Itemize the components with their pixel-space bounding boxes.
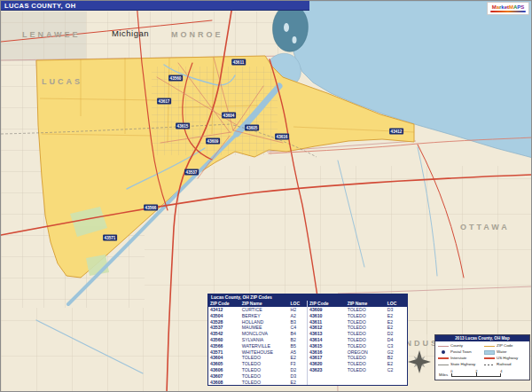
zip-code-marker: 43537 — [184, 169, 199, 176]
us-highway-legend-swatch — [484, 357, 495, 359]
county-label: OTTAWA — [460, 223, 510, 231]
zip-table-cell: E2 — [386, 313, 407, 319]
zip-table-row: 43542MONCLOVAB4 — [208, 331, 308, 337]
county-label: LENAWEE — [22, 30, 81, 39]
zip-table-cell: OREGON — [346, 349, 386, 356]
water-legend-swatch — [484, 350, 495, 355]
zip-table-cell: 43412 — [208, 307, 240, 313]
zip-table-row: 43611TOLEDOE2 — [308, 319, 407, 325]
legend-item: Interstate — [438, 356, 481, 361]
zip-table-cell: 43537 — [208, 325, 240, 331]
scale-bar: Miles 024 — [435, 368, 529, 380]
zip-table-cell: D3 — [386, 307, 407, 313]
zip-table-cell: D3 — [288, 373, 307, 380]
zip-code-marker: 43609 — [206, 138, 220, 145]
zip-table-cell: 43612 — [308, 325, 346, 331]
zip-table-cell: 43566 — [208, 343, 240, 349]
zip-table-cell: 43616 — [308, 349, 346, 356]
zip-table-cell: TOLEDO — [346, 325, 386, 331]
zip-code-marker: 43566 — [144, 205, 158, 211]
zip-table-cell: 43528 — [208, 319, 240, 325]
zip-code-marker: 43604 — [222, 113, 236, 119]
zip-table-cell: A2 — [288, 313, 307, 319]
zip-table-cell: BERKEY — [240, 313, 289, 319]
zip-table-header: ZIP Code — [208, 301, 240, 307]
legend-item-label: Railroad — [497, 362, 511, 367]
state-label: Michigan — [112, 28, 149, 38]
zip-table-cell: TOLEDO — [240, 355, 289, 361]
zip-code-marker: 43571 — [103, 235, 117, 241]
zip-table-cell: H2 — [288, 307, 307, 313]
zip-table-cell: C2 — [386, 367, 407, 373]
map-legend: 2013 Lucas County, OH Map CountyZIP Code… — [434, 334, 530, 380]
zip-table-row: 43609TOLEDOD3 — [308, 307, 407, 313]
state-highway-legend-swatch — [438, 365, 449, 365]
page-title: LUCAS COUNTY, OH — [4, 2, 76, 10]
zip-table-cell: TOLEDO — [346, 355, 386, 361]
zip-code-marker: 43615 — [176, 123, 190, 129]
zip-table-cell: 43608 — [208, 380, 240, 386]
railroad-legend-swatch — [484, 365, 495, 365]
zip-table-cell: 43617 — [308, 355, 346, 361]
bay-island — [284, 23, 289, 32]
zip-table-cell: E2 — [288, 355, 307, 361]
zip-table-cell: CURTICE — [240, 307, 289, 313]
zip-table-cell: 43504 — [208, 313, 240, 319]
zip-table-cell: 43607 — [208, 373, 240, 380]
zip-table-cell: 43605 — [208, 361, 240, 367]
zip-table-cell: TOLEDO — [240, 361, 289, 367]
zip-table-row: 43537MAUMEEC4 — [208, 325, 308, 331]
bay-island — [293, 36, 297, 43]
zip-table-cell: TOLEDO — [346, 331, 386, 337]
zip-table-header: ZIP Name — [346, 301, 386, 307]
zip-table-cell: TOLEDO — [240, 367, 289, 373]
compass-rose-icon — [408, 350, 431, 373]
county-label: LUCAS — [42, 77, 82, 86]
legend-item-label: ZIP Code — [497, 343, 512, 349]
legend-item: Postal Town — [438, 349, 481, 355]
zip-table-cell: TOLEDO — [346, 361, 386, 367]
zip-code-marker: 43560 — [168, 75, 183, 82]
legend-item-label: US Highway — [497, 356, 518, 361]
zip-table-cell: F3 — [288, 361, 307, 367]
zip-table-row: 43412CURTICEH2 — [208, 307, 308, 313]
zip-table-cell: E2 — [386, 325, 407, 331]
zip-table-title: Lucas County, OH ZIP Codes — [208, 294, 407, 301]
zip-legend-swatch — [484, 346, 495, 347]
zip-table-row: 43604TOLEDOE2 — [208, 355, 308, 361]
zip-table-row: 43566WATERVILLEB5 — [208, 343, 308, 349]
zip-table-row: 43612TOLEDOE2 — [308, 325, 407, 331]
county-legend-swatch — [438, 346, 449, 347]
zip-table-cell: TOLEDO — [346, 313, 386, 319]
zip-table-row: 43610TOLEDOE2 — [308, 313, 407, 319]
zip-table-cell: MONCLOVA — [240, 331, 289, 337]
zip-table-cell: 43623 — [308, 367, 346, 373]
zip-table-cell: TOLEDO — [240, 373, 289, 380]
zip-table-cell: 43604 — [208, 355, 240, 361]
legend-item: County — [438, 343, 481, 349]
zip-table-cell: 43620 — [308, 361, 346, 367]
zip-table-cell: B2 — [386, 355, 407, 361]
zip-table-cell: 43611 — [308, 319, 346, 325]
zip-table-cell: G2 — [386, 349, 407, 356]
zip-table-cell: TOLEDO — [346, 337, 386, 343]
scale-label: Miles — [439, 372, 448, 377]
zip-table-row: 43623TOLEDOC2 — [308, 367, 407, 373]
zip-table-cell: TOLEDO — [346, 367, 386, 373]
zip-table-row: 43605TOLEDOF3 — [208, 361, 308, 367]
logo-text: MarketMAPS — [492, 4, 525, 11]
zip-table-row: 43528HOLLANDB3 — [208, 319, 308, 325]
zip-table-cell: WATERVILLE — [240, 343, 289, 349]
zip-table-row: 43615TOLEDOC3 — [308, 343, 407, 349]
county-label: MONROE — [171, 30, 223, 39]
zip-table-row: 43617TOLEDOB2 — [308, 355, 407, 361]
legend-item: Railroad — [484, 362, 527, 367]
zip-table-cell: 43614 — [308, 337, 346, 343]
zip-table-cell: C4 — [288, 325, 307, 331]
bay-marsh — [272, 4, 308, 51]
zip-table-cell: 43609 — [308, 307, 346, 313]
zip-code-marker: 43617 — [157, 98, 171, 105]
legend-item-label: State Highway — [450, 362, 475, 367]
zip-table-cell: 43610 — [308, 313, 346, 319]
zip-table-cell: E2 — [288, 380, 307, 386]
